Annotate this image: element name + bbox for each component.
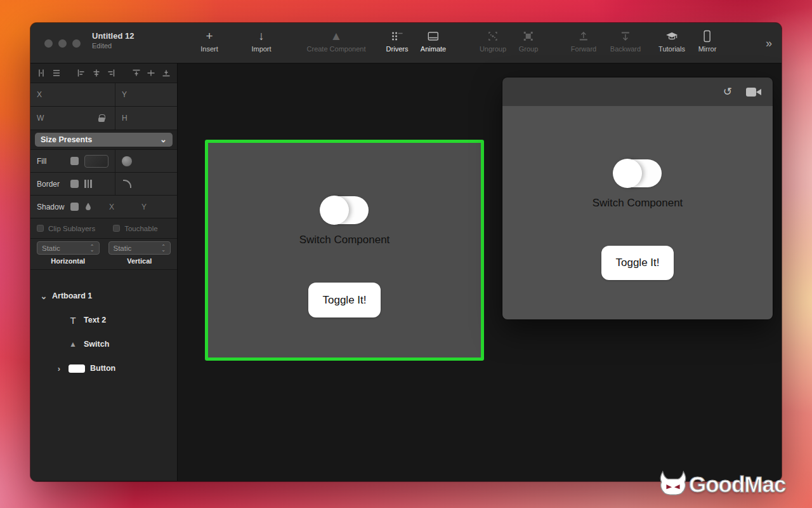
chevron-down-icon[interactable]: ⌄ — [39, 291, 48, 301]
animate-icon — [421, 28, 446, 44]
layer-row-button[interactable]: › Button — [30, 356, 177, 380]
distribute-horizontal-icon — [37, 69, 46, 77]
align-center-vertical-icon — [147, 69, 155, 77]
document-title-block: Untitled 12 Edited — [92, 31, 134, 50]
phone-icon — [698, 28, 717, 44]
x-position-field[interactable]: X — [30, 83, 115, 106]
document-status: Edited — [92, 42, 134, 50]
mirror-button[interactable]: Mirror — [698, 28, 717, 53]
align-center-horizontal-icon — [92, 69, 101, 77]
group-button[interactable]: Group — [519, 28, 539, 53]
align-right-button[interactable] — [105, 67, 117, 79]
switch-label[interactable]: Switch Component — [299, 233, 390, 246]
toolbar-overflow-button[interactable]: » — [766, 37, 772, 50]
fill-gradient-control[interactable] — [122, 156, 132, 166]
corner-radius-icon[interactable] — [123, 180, 131, 188]
minimize-button[interactable] — [58, 39, 67, 48]
align-left-icon — [77, 69, 86, 77]
horizontal-label: Horizontal — [51, 257, 85, 265]
stepper-icon: ⌃⌄ — [161, 245, 166, 251]
inspector-sidebar: X Y W H Size Presents ⌄ — [30, 64, 178, 481]
shadow-y-field[interactable]: Y — [141, 203, 147, 211]
horizontal-sizing-select[interactable]: Static ⌃⌄ — [37, 241, 100, 255]
layer-row-text[interactable]: T Text 2 — [30, 308, 177, 332]
align-bottom-icon — [162, 69, 171, 77]
layer-row-artboard[interactable]: ⌄ Artboard 1 — [30, 284, 177, 308]
animate-button[interactable]: Animate — [421, 28, 446, 53]
graduation-cap-icon — [658, 28, 685, 44]
lock-aspect-icon[interactable] — [98, 114, 105, 122]
insert-button[interactable]: + Insert — [200, 28, 218, 53]
document-title: Untitled 12 — [92, 31, 134, 41]
align-center-vertical-button[interactable] — [145, 67, 157, 79]
forward-button[interactable]: Forward — [571, 28, 596, 53]
zoom-button[interactable] — [72, 39, 81, 48]
send-backward-icon — [610, 28, 641, 44]
backward-button[interactable]: Backward — [610, 28, 641, 53]
touchable-checkbox[interactable]: Touchable — [113, 225, 157, 232]
import-button[interactable]: ↓ Import — [251, 28, 271, 53]
shadow-blur-icon[interactable] — [84, 202, 92, 211]
restart-preview-icon[interactable]: ↺ — [723, 85, 732, 98]
vertical-label: Vertical — [127, 257, 152, 265]
width-field[interactable]: W — [30, 107, 115, 130]
switch-knob[interactable] — [613, 159, 642, 188]
close-button[interactable] — [44, 39, 53, 48]
clip-sublayers-checkbox[interactable]: Clip Sublayers — [37, 225, 95, 232]
border-color-swatch[interactable] — [70, 180, 79, 188]
arrow-down-icon: ↓ — [258, 30, 265, 43]
align-left-button[interactable] — [75, 67, 87, 79]
tutorials-button[interactable]: Tutorials — [658, 28, 685, 53]
artboard-selected[interactable]: Switch Component Toggle It! — [205, 140, 484, 361]
toolbar: Untitled 12 Edited + Insert ↓ Import ▲ C… — [30, 23, 782, 64]
bring-forward-icon — [571, 28, 596, 44]
window-controls — [44, 39, 81, 48]
align-right-icon — [107, 69, 115, 77]
alignment-toolbar — [30, 64, 177, 83]
app-window: Untitled 12 Edited + Insert ↓ Import ▲ C… — [30, 23, 782, 481]
distribute-vertical-button[interactable] — [50, 67, 62, 79]
ungroup-button[interactable]: Ungroup — [480, 28, 506, 53]
preview-window: ↺ Switch Component Toggle It! — [502, 77, 773, 319]
switch-component[interactable] — [320, 196, 369, 224]
align-center-horizontal-button[interactable] — [91, 67, 102, 79]
record-video-icon[interactable] — [746, 88, 761, 97]
layer-row-switch[interactable]: ▲ Switch — [30, 332, 177, 356]
preview-toggle-button[interactable]: Toggle It! — [601, 246, 674, 280]
drivers-button[interactable]: Drivers — [386, 28, 409, 53]
size-presets-dropdown[interactable]: Size Presents ⌄ — [35, 133, 173, 147]
switch-knob[interactable] — [320, 196, 349, 225]
text-layer-icon: T — [69, 315, 77, 326]
fill-image-well[interactable] — [84, 155, 108, 168]
vertical-sizing-select[interactable]: Static ⌃⌄ — [108, 241, 171, 255]
align-top-button[interactable] — [131, 67, 142, 79]
shadow-color-swatch[interactable] — [70, 203, 79, 211]
fill-color-swatch[interactable] — [70, 157, 79, 165]
distribute-vertical-icon — [52, 69, 61, 77]
distribute-horizontal-button[interactable] — [36, 67, 47, 79]
chevron-right-icon[interactable]: › — [55, 364, 63, 373]
preview-titlebar[interactable]: ↺ — [502, 77, 773, 106]
chevron-down-icon: ⌄ — [160, 137, 167, 143]
shadow-label: Shadow — [37, 203, 65, 211]
preview-switch-label: Switch Component — [593, 196, 683, 210]
goodmac-logo-icon — [658, 470, 688, 499]
plus-icon: + — [206, 30, 213, 43]
button-layer-thumbnail — [69, 364, 85, 373]
drivers-dots-icon — [386, 28, 409, 44]
goodmac-logo-text: GoodMac — [689, 472, 785, 497]
stepper-icon: ⌃⌄ — [90, 245, 95, 251]
checkbox-icon — [37, 225, 44, 232]
toggle-button[interactable]: Toggle It! — [308, 283, 381, 318]
height-field[interactable]: H — [115, 107, 177, 130]
layer-tree: ⌄ Artboard 1 T Text 2 ▲ Switch › Button — [30, 270, 177, 380]
ungroup-icon — [480, 28, 506, 44]
preview-switch-component[interactable] — [613, 159, 662, 187]
border-position-control[interactable] — [84, 180, 92, 188]
align-bottom-button[interactable] — [160, 67, 172, 79]
align-top-icon — [132, 69, 141, 77]
shadow-x-field[interactable]: X — [109, 203, 114, 211]
create-component-button[interactable]: ▲ Create Component — [307, 28, 366, 53]
y-position-field[interactable]: Y — [115, 83, 177, 106]
desktop-wallpaper: { "window": { "title": "Untitled 12", "s… — [0, 0, 812, 508]
